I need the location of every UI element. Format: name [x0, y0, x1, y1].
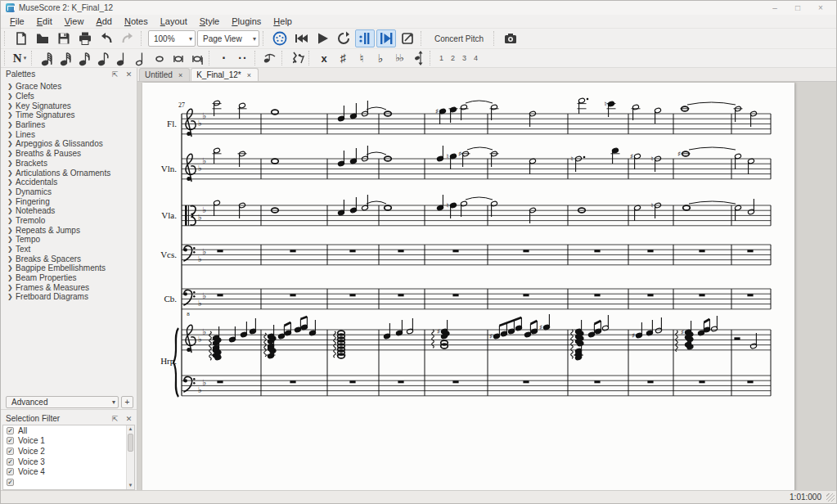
palette-item-repeats-jumps[interactable]: ❯Repeats & Jumps: [1, 225, 137, 235]
expand-arrow-icon[interactable]: ❯: [7, 198, 16, 205]
note-16th-button[interactable]: [75, 50, 93, 67]
open-file-button[interactable]: [33, 29, 52, 47]
palette-item-barlines[interactable]: ❯Barlines: [1, 120, 137, 130]
flip-direction-button[interactable]: [409, 50, 427, 67]
expand-arrow-icon[interactable]: ❯: [7, 274, 16, 281]
expand-arrow-icon[interactable]: ❯: [7, 255, 16, 263]
palette-item-breaths-pauses[interactable]: ❯Breaths & Pauses: [1, 149, 137, 159]
menu-file[interactable]: File: [4, 16, 30, 27]
palette-item-articulations-ornaments[interactable]: ❯Articulations & Ornaments: [1, 168, 137, 178]
note-breve-button[interactable]: [169, 50, 187, 67]
palette-item-grace-notes[interactable]: ❯Grace Notes: [1, 82, 137, 92]
checkbox-icon[interactable]: ✓: [7, 468, 14, 475]
filter-item-voice-2[interactable]: ✓Voice 2: [3, 446, 126, 457]
expand-arrow-icon[interactable]: ❯: [7, 178, 16, 186]
filter-item-all[interactable]: ✓All: [3, 425, 126, 436]
close-panel-icon[interactable]: ✕: [124, 415, 133, 423]
play-repeats-button[interactable]: [355, 29, 375, 47]
metronome-button[interactable]: [398, 29, 417, 47]
expand-arrow-icon[interactable]: ❯: [7, 227, 16, 234]
scroll-up-icon[interactable]: ▲: [127, 425, 134, 433]
note-half-button[interactable]: [132, 50, 150, 67]
palette-item-noteheads[interactable]: ❯Noteheads: [1, 206, 137, 216]
workspace-select[interactable]: Advanced ▾: [6, 396, 119, 408]
palette-item-fretboard-diagrams[interactable]: ❯Fretboard Diagrams: [1, 292, 137, 302]
expand-arrow-icon[interactable]: ❯: [7, 188, 16, 196]
augmentation-dot-button[interactable]: ·: [215, 50, 233, 67]
palette-item-text[interactable]: ❯Text: [1, 245, 137, 254]
maximize-button[interactable]: □: [792, 3, 803, 12]
palette-item-beam-properties[interactable]: ❯Beam Properties: [1, 273, 137, 283]
tab-close-icon[interactable]: ×: [177, 70, 184, 80]
natural-button[interactable]: ♮: [353, 50, 371, 67]
new-score-button[interactable]: [11, 29, 31, 47]
double-flat-button[interactable]: ♭♭: [390, 50, 408, 67]
concert-pitch-button[interactable]: Concert Pitch: [428, 30, 490, 47]
sharp-button[interactable]: ♯: [334, 50, 352, 67]
menu-edit[interactable]: Edit: [31, 16, 58, 27]
checkbox-icon[interactable]: ✓: [7, 479, 14, 486]
double-sharp-button[interactable]: x: [315, 50, 333, 67]
palette-item-clefs[interactable]: ❯Clefs: [1, 92, 137, 101]
palette-item-tremolo[interactable]: ❯Tremolo: [1, 216, 137, 226]
palette-item-bagpipe-embellishments[interactable]: ❯Bagpipe Embellishments: [1, 263, 137, 273]
expand-arrow-icon[interactable]: ❯: [7, 140, 16, 147]
tie-button[interactable]: [261, 50, 279, 67]
expand-arrow-icon[interactable]: ❯: [7, 207, 16, 214]
minimize-button[interactable]: –: [769, 3, 781, 12]
palette-item-accidentals[interactable]: ❯Accidentals: [1, 178, 137, 187]
print-button[interactable]: [75, 29, 95, 47]
menu-view[interactable]: View: [59, 16, 90, 27]
expand-arrow-icon[interactable]: ❯: [7, 102, 16, 110]
loop-playback-button[interactable]: [334, 29, 353, 47]
filter-item-voice-3[interactable]: ✓Voice 3: [3, 457, 126, 467]
palette-item-brackets[interactable]: ❯Brackets: [1, 159, 137, 169]
expand-arrow-icon[interactable]: ❯: [7, 245, 16, 253]
redo-button[interactable]: [118, 29, 137, 47]
checkbox-icon[interactable]: ✓: [7, 427, 14, 434]
voice-4-button[interactable]: 4: [470, 51, 481, 65]
expand-arrow-icon[interactable]: ❯: [7, 236, 16, 243]
expand-arrow-icon[interactable]: ❯: [7, 150, 16, 157]
add-workspace-button[interactable]: +: [121, 396, 133, 408]
checkbox-icon[interactable]: ✓: [7, 458, 14, 466]
filter-item-clipped[interactable]: ✓: [3, 477, 126, 488]
expand-arrow-icon[interactable]: ❯: [7, 111, 16, 119]
double-dot-button[interactable]: ··: [234, 50, 252, 67]
filter-item-voice-1[interactable]: ✓Voice 1: [3, 436, 126, 447]
menu-plugins[interactable]: Plugins: [226, 16, 267, 27]
menu-help[interactable]: Help: [268, 16, 298, 27]
tab-k-final-12-[interactable]: K_Final_12*×: [191, 68, 259, 81]
float-panel-icon[interactable]: ⇱: [110, 415, 119, 423]
palette-item-frames-measures[interactable]: ❯Frames & Measures: [1, 282, 137, 292]
menu-layout[interactable]: Layout: [155, 16, 193, 27]
note-input-mode-button[interactable]: N▾: [11, 50, 29, 67]
play-button[interactable]: [313, 29, 332, 47]
image-capture-button[interactable]: [501, 29, 520, 47]
close-panel-icon[interactable]: ✕: [124, 70, 133, 79]
note-longa-button[interactable]: [188, 50, 206, 67]
rest-button[interactable]: [288, 50, 306, 67]
undo-button[interactable]: [97, 29, 116, 47]
flat-button[interactable]: ♭: [371, 50, 389, 67]
palette-item-fingering[interactable]: ❯Fingering: [1, 196, 137, 206]
note-8th-button[interactable]: [94, 50, 112, 67]
selection-filter-scrollbar[interactable]: ▲ ▼: [126, 425, 134, 489]
expand-arrow-icon[interactable]: ❯: [7, 169, 16, 177]
pan-score-button[interactable]: [376, 29, 396, 47]
expand-arrow-icon[interactable]: ❯: [7, 92, 16, 100]
expand-arrow-icon[interactable]: ❯: [7, 264, 16, 272]
menu-style[interactable]: Style: [194, 16, 225, 27]
expand-arrow-icon[interactable]: ❯: [7, 160, 16, 167]
checkbox-icon[interactable]: ✓: [7, 448, 14, 455]
save-file-button[interactable]: [54, 29, 74, 47]
palette-item-breaks-spacers[interactable]: ❯Breaks & Spacers: [1, 254, 137, 263]
score-page[interactable]: 27Fl. ♭♭♯♮Vln. ♭♭♮♯♮♯♮♯Vla.♭♭♮♮Vcs. ♭♭Cb…: [142, 83, 794, 490]
checkbox-icon[interactable]: ✓: [7, 437, 14, 444]
zoom-select[interactable]: 100% ▾: [148, 30, 196, 47]
expand-arrow-icon[interactable]: ❯: [7, 293, 16, 300]
score-canvas[interactable]: 27Fl. ♭♭♯♮Vln. ♭♭♮♯♮♯♮♯Vla.♭♭♮♮Vcs. ♭♭Cb…: [137, 82, 836, 490]
expand-arrow-icon[interactable]: ❯: [7, 121, 16, 128]
close-button[interactable]: ×: [815, 3, 826, 12]
menu-notes[interactable]: Notes: [119, 16, 154, 27]
